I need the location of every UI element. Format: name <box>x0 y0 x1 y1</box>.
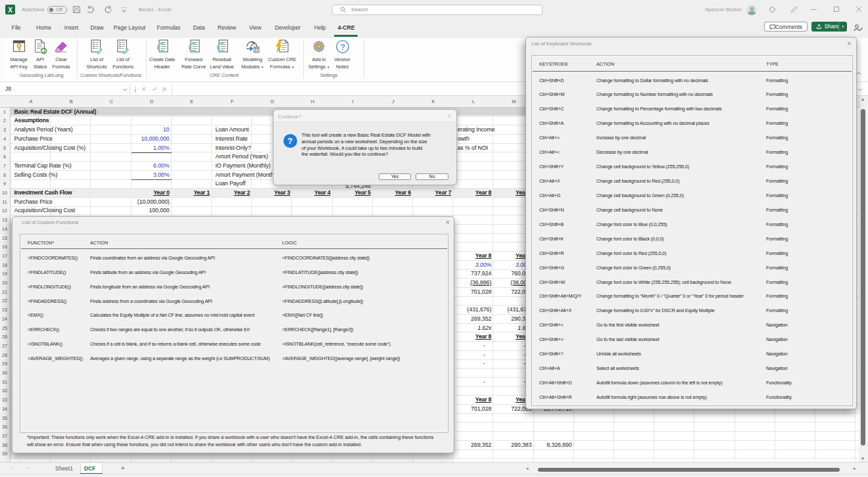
svg-text:?: ? <box>340 43 345 52</box>
svg-text:X: X <box>8 7 12 14</box>
